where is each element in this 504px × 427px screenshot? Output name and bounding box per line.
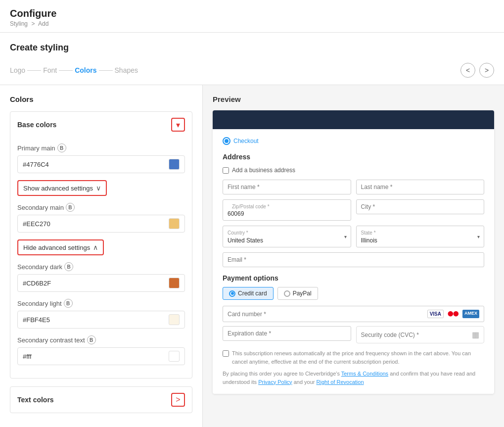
state-select[interactable]: Illinois <box>361 237 480 244</box>
preview-label: Preview <box>213 95 494 103</box>
breadcrumb-styling: Styling <box>10 20 28 27</box>
subscription-terms-text: This subscription renews automatically a… <box>232 349 484 366</box>
show-advanced-label: Show advanced settings <box>23 185 93 192</box>
cvc-input-row: ▦ <box>356 326 485 343</box>
credit-card-method[interactable]: Credit card <box>223 287 274 300</box>
state-field: State * Illinois ▾ <box>356 226 485 247</box>
breadcrumb-sep: > <box>31 20 35 27</box>
base-colors-title: Base colors <box>17 121 56 129</box>
secondary-main-swatch[interactable] <box>169 218 180 229</box>
business-checkbox[interactable] <box>223 167 229 174</box>
card-number-row: VISA ⬤⬤ AMEX <box>223 306 484 322</box>
secondary-contrast-text-input-row <box>17 347 185 365</box>
secondary-contrast-text-swatch[interactable] <box>169 351 180 362</box>
card-number-input[interactable] <box>228 311 427 318</box>
zip-input-wrapper: Zip/Postal code * <box>223 199 351 221</box>
cvc-card-icon: ▦ <box>472 330 479 339</box>
revocation-link[interactable]: Right of Revocation <box>317 379 364 385</box>
step-font: Font <box>43 66 57 74</box>
city-field <box>356 199 485 221</box>
base-colors-header[interactable]: Base colors ▾ <box>10 112 192 138</box>
hide-advanced-settings-toggle[interactable]: Hide advanced settings ∧ <box>17 239 104 255</box>
expiry-input[interactable] <box>223 326 351 341</box>
secondary-contrast-text-group: Secondary contrast text B <box>17 335 185 365</box>
email-input[interactable] <box>223 252 484 267</box>
show-advanced-settings-toggle[interactable]: Show advanced settings ∨ <box>17 180 107 196</box>
secondary-light-input[interactable] <box>23 316 169 324</box>
address-section-title: Address <box>223 153 484 161</box>
privacy-link[interactable]: Privacy Policy <box>258 379 292 385</box>
left-panel: Colors Base colors ▾ Primary main B <box>0 85 203 427</box>
mastercard-icon: ⬤⬤ <box>446 310 460 318</box>
base-colors-collapse-btn[interactable]: ▾ <box>171 118 185 132</box>
primary-main-input[interactable] <box>23 161 169 168</box>
subscription-terms-checkbox[interactable] <box>223 350 229 357</box>
payment-options-title: Payment options <box>223 274 484 282</box>
secondary-main-group: Secondary main B <box>17 203 185 233</box>
first-name-input[interactable] <box>223 180 351 194</box>
text-colors-header[interactable]: Text colors > <box>10 387 192 413</box>
secondary-dark-swatch[interactable] <box>169 278 180 288</box>
business-checkbox-row: Add a business address <box>223 167 484 174</box>
checkout-tab-dot <box>223 137 230 145</box>
wizard-steps: Logo Font Colors Shapes < > <box>0 58 504 85</box>
secondary-main-input-row <box>17 215 185 233</box>
country-select-wrapper: Country * United States ▾ <box>223 226 351 247</box>
cvc-field: ▦ <box>356 326 485 343</box>
cvc-input[interactable] <box>361 332 472 338</box>
zip-input[interactable] <box>228 210 346 217</box>
colors-panel-label: Colors <box>10 95 192 103</box>
secondary-main-badge: B <box>66 203 75 212</box>
secondary-light-group: Secondary light B <box>17 299 185 329</box>
payment-options-section: Payment options Credit card PayPal <box>223 274 484 386</box>
step-colors: Colors <box>75 66 96 74</box>
base-colors-body: Primary main B Show advanced settings ∨ <box>10 138 192 378</box>
secondary-light-swatch[interactable] <box>169 314 180 325</box>
checkout-frame: Checkout Address Add a business address <box>213 110 494 394</box>
secondary-dark-group: Secondary dark B <box>17 262 185 292</box>
name-row <box>223 180 484 194</box>
terms-link[interactable]: Terms & Conditions <box>341 371 388 377</box>
business-checkbox-label: Add a business address <box>232 167 295 174</box>
page-header: Configure Styling > Add <box>0 0 504 33</box>
secondary-main-input[interactable] <box>23 220 169 228</box>
amex-icon: AMEX <box>462 310 479 318</box>
card-icons: VISA ⬤⬤ AMEX <box>427 310 479 318</box>
country-select[interactable]: United States <box>228 237 346 244</box>
wizard-next-button[interactable]: > <box>479 63 494 78</box>
country-label: Country * <box>228 230 248 236</box>
last-name-field <box>356 180 485 194</box>
secondary-contrast-text-input[interactable] <box>23 353 169 360</box>
secondary-dark-badge: B <box>64 262 73 271</box>
breadcrumb-add: Add <box>38 20 48 27</box>
secondary-main-label: Secondary main B <box>17 203 185 212</box>
country-field: Country * United States ▾ <box>223 226 351 247</box>
country-state-row: Country * United States ▾ State * Illino… <box>223 226 484 247</box>
hide-advanced-icon: ∧ <box>93 243 98 251</box>
secondary-dark-input-row <box>17 274 185 292</box>
checkout-tab-dot-inner <box>225 139 229 143</box>
wizard-line-3 <box>99 70 113 71</box>
secondary-light-label: Secondary light B <box>17 299 185 308</box>
city-input[interactable] <box>356 199 485 214</box>
secondary-light-badge: B <box>64 299 73 308</box>
wizard-line-1 <box>27 70 41 71</box>
checkout-tab-label: Checkout <box>233 138 259 144</box>
credit-card-radio-inner <box>231 292 234 295</box>
agreement-text: By placing this order you agree to Cleve… <box>223 370 484 386</box>
last-name-input[interactable] <box>356 180 485 194</box>
expiry-field <box>223 326 351 343</box>
wizard-prev-button[interactable]: < <box>460 63 475 78</box>
credit-card-radio <box>229 290 235 297</box>
step-logo: Logo <box>10 66 25 74</box>
hide-advanced-label: Hide advanced settings <box>23 244 90 251</box>
checkout-body: Checkout Address Add a business address <box>213 129 494 394</box>
secondary-dark-label: Secondary dark B <box>17 262 185 271</box>
secondary-dark-input[interactable] <box>23 280 169 287</box>
paypal-method[interactable]: PayPal <box>277 287 318 300</box>
primary-main-swatch[interactable] <box>169 159 180 170</box>
text-colors-expand-btn[interactable]: > <box>171 393 185 407</box>
wizard-line-2 <box>59 70 73 71</box>
primary-main-label: Primary main B <box>17 143 185 152</box>
create-styling-title: Create styling <box>0 33 504 58</box>
